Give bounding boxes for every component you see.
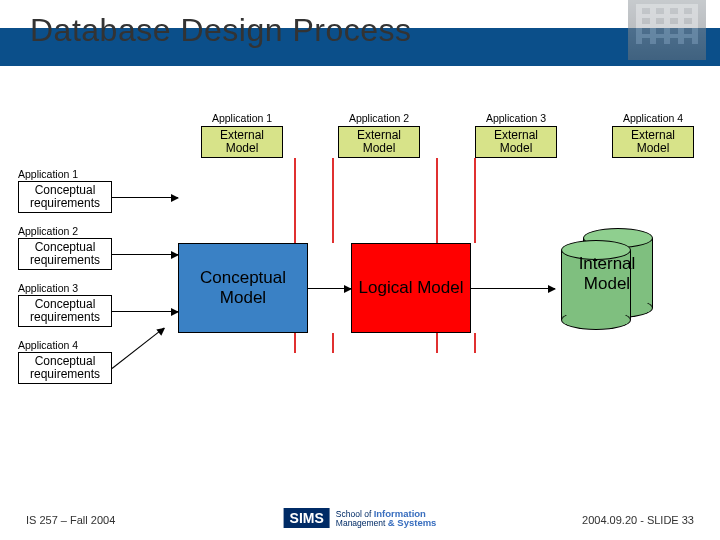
connector-line [294, 333, 296, 353]
arrow-icon [308, 288, 351, 289]
footer-course: IS 257 – Fall 2004 [26, 514, 115, 526]
footer-slide-number: 2004.09.20 - SLIDE 33 [582, 514, 694, 526]
conceptual-req-4: Conceptual requirements [18, 352, 112, 384]
connector-line [474, 333, 476, 353]
connector-line [436, 333, 438, 353]
arrow-icon [112, 197, 178, 198]
conceptual-model-box: Conceptual Model [178, 243, 308, 333]
arrow-icon [112, 311, 178, 312]
conceptual-req-3: Conceptual requirements [18, 295, 112, 327]
arrow-icon [112, 254, 178, 255]
col-label-4: Application 4 [612, 112, 694, 124]
internal-model-cylinder: Internal Model [555, 226, 659, 336]
building-icon [628, 0, 706, 66]
arrow-icon [112, 327, 165, 368]
sims-logo: SIMS School of Information Management & … [284, 508, 437, 528]
connector-line [294, 158, 296, 243]
arrow-icon [471, 288, 555, 289]
conceptual-req-1: Conceptual requirements [18, 181, 112, 213]
logo-subtext: School of Information Management & Syste… [336, 509, 437, 528]
page-title: Database Design Process [30, 12, 411, 49]
logical-model-box: Logical Model [351, 243, 471, 333]
connector-line [436, 158, 438, 243]
external-model-3: External Model [475, 126, 557, 158]
internal-model-label: Internal Model [555, 254, 659, 294]
row-label-3: Application 3 [18, 282, 112, 294]
col-label-1: Application 1 [201, 112, 283, 124]
row-label-1: Application 1 [18, 168, 112, 180]
conceptual-req-2: Conceptual requirements [18, 238, 112, 270]
logo-primary: SIMS [284, 508, 330, 528]
connector-line [332, 333, 334, 353]
external-model-1: External Model [201, 126, 283, 158]
col-label-3: Application 3 [475, 112, 557, 124]
row-label-2: Application 2 [18, 225, 112, 237]
connector-line [332, 158, 334, 243]
connector-line [474, 158, 476, 243]
col-label-2: Application 2 [338, 112, 420, 124]
external-model-4: External Model [612, 126, 694, 158]
row-label-4: Application 4 [18, 339, 112, 351]
external-model-2: External Model [338, 126, 420, 158]
